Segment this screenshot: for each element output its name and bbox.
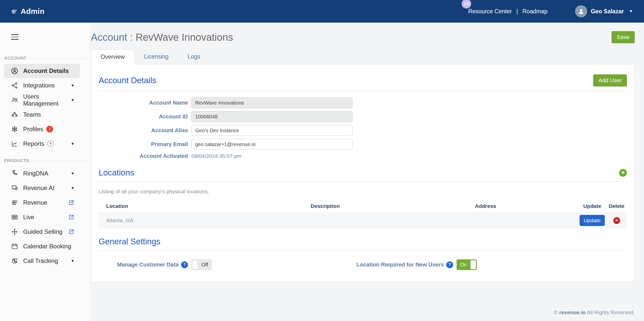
account-name-input [191,98,352,108]
sidebar-item-revenue-ai[interactable]: Revenue AI ▼ [4,181,80,195]
sidebar-item-label: Users Management [23,93,71,107]
sidebar-item-integrations[interactable]: Integrations ▼ [4,78,80,93]
move-arrows-icon [11,228,19,236]
sidebar-item-label: Calendar Booking [23,243,71,250]
section-divider [99,90,627,91]
page-header: Account : RevWave Innovations Save [91,31,635,43]
account-details-heading: Account Details [99,76,156,85]
form-row-account-id: Account ID [99,111,627,122]
primary-email-input[interactable] [191,139,352,150]
sidebar-item-profiles[interactable]: Profiles ! [4,122,80,136]
caret-down-icon: ▼ [71,83,74,87]
sidebar-item-label: Teams [23,111,41,118]
sidebar-item-label: Profiles [23,126,43,133]
sidebar-item-users-management[interactable]: Users Management ▼ [4,93,80,107]
account-id-input [191,111,352,122]
help-icon[interactable]: ? [181,261,188,268]
footer-copyright: © revenue.io All Rights Reserved. [91,309,635,315]
page-title-prefix: Account : [91,32,133,43]
primary-email-label: Primary Email [99,141,188,148]
users-icon [11,96,19,104]
add-user-button[interactable]: Add User [593,74,627,86]
caret-down-icon: ▼ [71,98,74,102]
footer-brand: revenue.io [559,309,586,315]
roadmap-link[interactable]: Roadmap [522,8,548,15]
location-cell: Atlanta, GA [99,217,311,223]
hub-nodes-icon [11,125,19,133]
sidebar-item-label: Account Details [23,67,69,74]
top-navbar: Admin 18 Resource Center | Roadmap Geo S… [0,0,644,23]
column-location: Location [99,203,311,209]
external-link-icon [68,228,74,235]
account-name-label: Account Name [99,100,188,106]
update-button[interactable]: Update [580,215,605,226]
team-group-icon [11,111,19,119]
sidebar-item-live[interactable]: Live [4,210,80,224]
toggle-knob [470,260,476,269]
notification-badge[interactable]: 18 [462,0,471,9]
navbar-right: 18 Resource Center | Roadmap Geo Salazar… [468,5,633,17]
caret-down-icon: ▼ [71,186,74,190]
sidebar-item-teams[interactable]: Teams [4,108,80,122]
user-name: Geo Salazar [591,8,624,15]
manage-customer-data-toggle[interactable]: Off [191,259,212,270]
tab-licensing[interactable]: Licensing [135,50,178,64]
hamburger-menu-icon[interactable] [11,34,19,40]
avatar [575,5,587,17]
chevron-down-icon: ▼ [629,9,633,14]
sidebar-item-account-details[interactable]: Account Details [4,64,80,78]
sidebar-item-label: Revenue AI [23,185,54,192]
sidebar-item-ringdna[interactable]: RingDNA ▼ [4,166,80,180]
brand-logo[interactable]: Admin [11,7,45,16]
sidebar-item-label: Integrations [23,82,55,89]
user-menu[interactable]: Geo Salazar ▼ [575,5,633,17]
caret-down-icon: ▼ [71,142,74,146]
sidebar-item-label: Revenue [23,199,47,206]
save-button[interactable]: Save [612,31,635,43]
sidebar-item-revenue[interactable]: Revenue [4,196,80,210]
sidebar-item-label: Guided Selling [23,228,62,235]
resource-center-link[interactable]: 18 Resource Center [468,8,512,15]
caret-down-icon: ▼ [71,171,74,175]
sidebar-item-label: Reports [23,140,44,147]
add-location-icon[interactable]: + [619,169,627,177]
tab-strip: Overview Licensing Logs [91,49,635,64]
general-settings-row: Manage Customer Data ? Off Location Requ… [99,259,627,270]
tab-overview[interactable]: Overview [91,50,135,64]
sidebar-item-label: RingDNA [23,170,48,177]
column-delete: Delete [606,203,627,209]
form-row-account-name: Account Name [99,98,627,108]
sidebar-item-call-tracking[interactable]: Call Tracking ▼ [4,254,80,268]
caret-down-icon: ▼ [71,259,74,263]
help-outline-icon[interactable]: ? [47,141,54,147]
page-title-name: RevWave Innovations [136,32,233,43]
table-row: Atlanta, GA Update ✕ [99,213,627,228]
sidebar: ACCOUNT Account Details Integrations ▼ [0,23,91,321]
form-row-account-alias: Account Alias [99,125,627,136]
location-required-toggle[interactable]: On [457,259,477,270]
sidebar-item-guided-selling[interactable]: Guided Selling [4,225,80,239]
sidebar-section-account: ACCOUNT [4,56,91,61]
revenue-dashes-icon [11,8,18,15]
location-required-label: Location Required for New Users ? [356,261,453,268]
sidebar-item-calendar-booking[interactable]: Calendar Booking [4,239,80,253]
help-icon[interactable]: ? [446,261,453,268]
account-details-header: Account Details Add User [99,74,627,86]
tab-logs[interactable]: Logs [178,50,210,64]
user-circle-icon [11,67,19,75]
locations-header: Locations + [99,168,627,177]
alert-icon: ! [46,126,53,132]
account-alias-input[interactable] [191,125,352,136]
delete-icon[interactable]: ✕ [613,217,620,224]
sidebar-item-label: Live [23,214,34,221]
locations-heading: Locations [99,168,134,177]
chart-line-icon [11,140,19,148]
external-link-icon [68,199,74,206]
sidebar-item-reports[interactable]: Reports ? ▼ [4,137,80,151]
page-layout: ACCOUNT Account Details Integrations ▼ [0,23,644,321]
column-address: Address [475,203,578,209]
account-alias-label: Account Alias [99,127,188,134]
general-settings-heading: General Settings [99,237,160,246]
chat-bubbles-icon [11,184,19,192]
section-divider [99,181,627,182]
